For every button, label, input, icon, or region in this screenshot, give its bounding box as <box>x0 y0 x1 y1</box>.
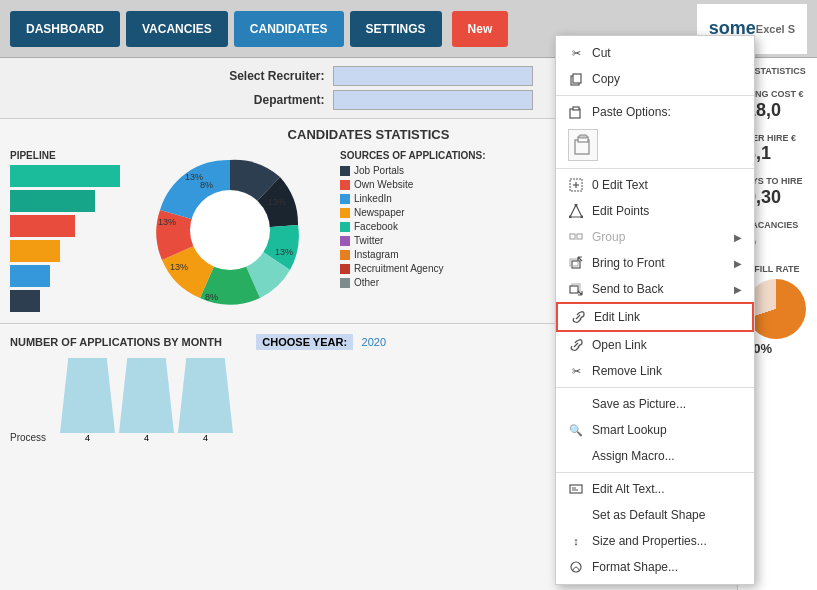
ctx-format-shape[interactable]: Format Shape... <box>556 554 754 580</box>
stat-value-5: 70% <box>746 341 809 356</box>
stat-value-4: 5 <box>746 231 809 252</box>
legend-label-instagram: Instagram <box>354 249 398 260</box>
ctx-send-back[interactable]: Send to Back ▶ <box>556 276 754 302</box>
legend-dot-linkedin <box>340 194 350 204</box>
right-stat-1: RING COST € 18,0 <box>746 89 809 121</box>
context-menu: ✂ Cut Copy Paste Options: 0 Edit Text E <box>555 35 755 585</box>
ctx-size-properties-label: Size and Properties... <box>592 534 707 548</box>
smart-lookup-icon: 🔍 <box>568 422 584 438</box>
svg-rect-16 <box>572 261 580 268</box>
ctx-bring-front-label: Bring to Front <box>592 256 665 270</box>
ctx-remove-link-label: Remove Link <box>592 364 662 378</box>
bar-shape-3 <box>178 358 233 433</box>
bars-container: 4 4 4 <box>60 358 233 443</box>
label-8pct-bot: 8% <box>205 292 218 302</box>
separator-3 <box>556 387 754 388</box>
stat-label-5: Y FILL RATE <box>746 264 809 275</box>
recruiter-filter: Select Recruiter: <box>205 66 533 86</box>
bar-2: 4 <box>119 358 174 443</box>
legend-label-facebook: Facebook <box>354 221 398 232</box>
pipeline-title: PIPELINE <box>10 150 140 161</box>
ctx-default-shape[interactable]: Set as Default Shape <box>556 502 754 528</box>
svg-rect-14 <box>570 234 575 239</box>
svg-marker-10 <box>570 205 582 217</box>
ctx-edit-points[interactable]: Edit Points <box>556 198 754 224</box>
edit-points-icon <box>568 203 584 219</box>
paste-options-area <box>556 125 754 165</box>
ctx-bring-front[interactable]: Bring to Front ▶ <box>556 250 754 276</box>
bar-row-6 <box>10 290 40 312</box>
label-13pct-right: 13% <box>268 197 286 207</box>
legend-label-linkedin: LinkedIn <box>354 193 392 204</box>
ctx-paste-label: Paste Options: <box>592 105 671 119</box>
nav-vacancies[interactable]: VACANCIES <box>126 11 228 47</box>
edit-alt-icon <box>568 481 584 497</box>
bar-row-3 <box>10 215 75 237</box>
donut-chart: 8% 13% 13% 8% 13% 13% 13% <box>150 150 310 310</box>
right-stat-title: S STATISTICS <box>746 66 809 77</box>
ctx-size-properties[interactable]: ↕ Size and Properties... <box>556 528 754 554</box>
label-13pct-right2: 13% <box>275 247 293 257</box>
label-13pct-top: 13% <box>185 172 203 182</box>
svg-rect-6 <box>579 135 587 138</box>
ctx-edit-link[interactable]: Edit Link <box>556 302 754 332</box>
bar-val-3: 4 <box>203 433 208 443</box>
ctx-edit-points-label: Edit Points <box>592 204 649 218</box>
send-back-icon <box>568 281 584 297</box>
ctx-edit-alt[interactable]: Edit Alt Text... <box>556 476 754 502</box>
department-label: Department: <box>205 93 325 107</box>
send-back-arrow: ▶ <box>734 284 742 295</box>
legend-dot-jobportals <box>340 166 350 176</box>
ctx-cut[interactable]: ✂ Cut <box>556 40 754 66</box>
ctx-group-label: Group <box>592 230 625 244</box>
bar-shape-1 <box>60 358 115 433</box>
ctx-smart-lookup-label: Smart Lookup <box>592 423 667 437</box>
remove-link-icon: ✂ <box>568 363 584 379</box>
stat-label-2: VER HIRE € <box>746 133 809 144</box>
separator-2 <box>556 168 754 169</box>
right-stat-4: VACANCIES 5 <box>746 220 809 252</box>
new-button[interactable]: New <box>452 11 509 47</box>
bar-row-5 <box>10 265 50 287</box>
department-input[interactable] <box>333 90 533 110</box>
ctx-edit-link-label: Edit Link <box>594 310 640 324</box>
nav-candidates[interactable]: CANDIDATES <box>234 11 344 47</box>
group-arrow: ▶ <box>734 232 742 243</box>
ctx-copy[interactable]: Copy <box>556 66 754 92</box>
ctx-edit-text-label: 0 Edit Text <box>592 178 648 192</box>
separator-1 <box>556 95 754 96</box>
ctx-smart-lookup[interactable]: 🔍 Smart Lookup <box>556 417 754 443</box>
recruiter-input[interactable] <box>333 66 533 86</box>
donut-hole <box>190 190 270 270</box>
ctx-copy-label: Copy <box>592 72 620 86</box>
ctx-save-picture[interactable]: Save as Picture... <box>556 391 754 417</box>
svg-rect-3 <box>573 107 579 110</box>
pipeline-area: PIPELINE <box>10 150 140 315</box>
legend-label-twitter: Twitter <box>354 235 383 246</box>
choose-year-label: CHOOSE YEAR: <box>256 334 353 350</box>
legend-dot-agency <box>340 264 350 274</box>
legend-dot-other <box>340 278 350 288</box>
legend-label-agency: Recruitment Agency <box>354 263 444 274</box>
legend-label-website: Own Website <box>354 179 413 190</box>
ctx-save-picture-label: Save as Picture... <box>592 397 686 411</box>
ctx-assign-macro-label: Assign Macro... <box>592 449 675 463</box>
ctx-edit-text[interactable]: 0 Edit Text <box>556 172 754 198</box>
legend-label-newspaper: Newspaper <box>354 207 405 218</box>
group-icon <box>568 229 584 245</box>
assign-macro-icon <box>568 448 584 464</box>
fill-rate-chart <box>746 279 806 339</box>
nav-settings[interactable]: SETTINGS <box>350 11 442 47</box>
bar-row-4 <box>10 240 60 262</box>
right-stat-3: AYS TO HIRE 9,30 <box>746 176 809 208</box>
ctx-open-link[interactable]: Open Link <box>556 332 754 358</box>
chart-title: NUMBER OF APPLICATIONS BY MONTH <box>10 336 222 348</box>
paste-icon-box[interactable] <box>568 129 598 161</box>
nav-dashboard[interactable]: DASHBOARD <box>10 11 120 47</box>
bar-shape-2 <box>119 358 174 433</box>
ctx-remove-link[interactable]: ✂ Remove Link <box>556 358 754 384</box>
ctx-assign-macro[interactable]: Assign Macro... <box>556 443 754 469</box>
default-shape-icon <box>568 507 584 523</box>
edit-text-icon <box>568 177 584 193</box>
bar-row-2 <box>10 190 95 212</box>
